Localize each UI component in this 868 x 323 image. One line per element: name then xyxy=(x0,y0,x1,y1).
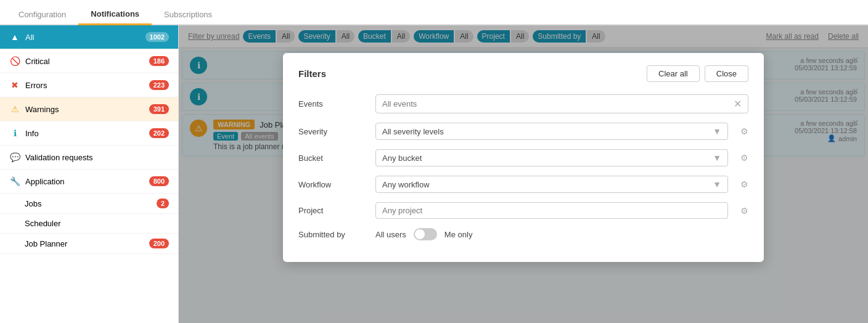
modal-header-actions: Clear all Close xyxy=(647,65,748,82)
tab-configuration[interactable]: Configuration xyxy=(6,5,78,25)
sidebar-errors-count: 223 xyxy=(149,80,169,90)
sidebar-item-application[interactable]: 🔧 Application 800 xyxy=(0,170,178,194)
workflow-dropdown-icon: ▼ xyxy=(713,179,721,189)
severity-label: Severity xyxy=(298,127,366,136)
bucket-select[interactable]: Any bucket xyxy=(382,153,713,163)
modal-overlay: Filters Clear all Close Events ✕ xyxy=(179,25,868,323)
modal-title: Filters xyxy=(298,68,326,79)
validation-icon: 💬 xyxy=(9,152,20,163)
workflow-select-wrap: Any workflow ▼ xyxy=(375,176,728,193)
me-only-label: Me only xyxy=(444,230,473,239)
tab-subscriptions[interactable]: Subscriptions xyxy=(152,5,224,25)
sidebar-warnings-count: 391 xyxy=(149,104,169,114)
submittedby-toggle-wrap: All users Me only xyxy=(375,228,472,240)
severity-select-wrap: All severity levels Critical Error Warni… xyxy=(375,123,728,140)
bucket-dropdown-icon: ▼ xyxy=(713,153,721,163)
events-input-wrap: ✕ xyxy=(375,94,748,113)
sidebar-item-warnings[interactable]: ⚠ Warnings 391 xyxy=(0,97,178,121)
project-settings-icon[interactable]: ⚙ xyxy=(740,206,748,216)
project-input[interactable] xyxy=(382,206,721,215)
sidebar-errors-label: Errors xyxy=(25,81,149,90)
modal-row-workflow: Workflow Any workflow ▼ ⚙ xyxy=(298,176,748,193)
events-label: Events xyxy=(298,99,366,108)
bucket-label: Bucket xyxy=(298,153,366,163)
modal-row-project: Project ⚙ xyxy=(298,202,748,219)
sidebar-jobs-label: Jobs xyxy=(25,199,41,208)
severity-settings-icon[interactable]: ⚙ xyxy=(740,126,748,136)
application-icon: 🔧 xyxy=(9,176,20,187)
sidebar-jobs-count: 2 xyxy=(157,198,169,208)
workflow-settings-icon[interactable]: ⚙ xyxy=(740,179,748,189)
clear-all-button[interactable]: Clear all xyxy=(647,65,700,82)
warnings-icon: ⚠ xyxy=(9,104,20,115)
errors-icon: ✖ xyxy=(9,80,20,91)
sidebar-item-validation[interactable]: 💬 Validation requests xyxy=(0,145,178,170)
sidebar-item-scheduler[interactable]: Scheduler xyxy=(0,214,178,234)
sidebar-item-info[interactable]: ℹ Info 202 xyxy=(0,121,178,145)
tab-notifications[interactable]: Notifications xyxy=(78,4,152,25)
info-icon: ℹ xyxy=(9,128,20,139)
sidebar-scheduler-label: Scheduler xyxy=(25,219,61,228)
main-layout: ▲ All 1002 🚫 Critical 186 ✖ Errors 223 ⚠… xyxy=(0,25,868,323)
sidebar-all-label: All xyxy=(25,33,145,42)
sidebar-application-label: Application xyxy=(25,177,149,186)
sidebar-info-count: 202 xyxy=(149,128,169,138)
sidebar-validation-label: Validation requests xyxy=(25,153,169,162)
all-icon: ▲ xyxy=(9,31,20,43)
sidebar: ▲ All 1002 🚫 Critical 186 ✖ Errors 223 ⚠… xyxy=(0,25,179,323)
workflow-select[interactable]: Any workflow xyxy=(382,180,713,189)
sidebar-item-critical[interactable]: 🚫 Critical 186 xyxy=(0,49,178,73)
bucket-settings-icon[interactable]: ⚙ xyxy=(740,153,748,163)
sidebar-critical-count: 186 xyxy=(149,56,169,66)
modal-row-events: Events ✕ xyxy=(298,94,748,113)
workflow-label: Workflow xyxy=(298,180,366,189)
sidebar-warnings-label: Warnings xyxy=(25,105,149,114)
all-users-label: All users xyxy=(375,230,406,239)
content-area: Filter by unread Events All Severity All… xyxy=(179,25,868,323)
sidebar-item-all[interactable]: ▲ All 1002 xyxy=(0,25,178,49)
modal-row-severity: Severity All severity levels Critical Er… xyxy=(298,123,748,140)
sidebar-item-errors[interactable]: ✖ Errors 223 xyxy=(0,73,178,97)
sidebar-jobplanner-count: 200 xyxy=(149,239,169,248)
submittedby-label: Submitted by xyxy=(298,230,366,239)
project-input-wrap xyxy=(375,202,728,219)
modal-row-bucket: Bucket Any bucket ▼ ⚙ xyxy=(298,149,748,166)
close-modal-button[interactable]: Close xyxy=(705,65,748,82)
filters-modal: Filters Clear all Close Events ✕ xyxy=(283,53,764,262)
submittedby-toggle[interactable] xyxy=(414,228,437,240)
bucket-select-wrap: Any bucket ▼ xyxy=(375,149,728,166)
sidebar-all-count: 1002 xyxy=(145,32,169,42)
events-input[interactable] xyxy=(382,99,734,108)
sidebar-critical-label: Critical xyxy=(25,57,149,66)
project-label: Project xyxy=(298,206,366,215)
top-tab-bar: Configuration Notifications Subscription… xyxy=(0,0,868,25)
sidebar-item-jobplanner[interactable]: Job Planner 200 xyxy=(0,234,178,254)
severity-dropdown-icon: ▼ xyxy=(713,126,721,136)
severity-select[interactable]: All severity levels Critical Error Warni… xyxy=(382,127,713,136)
modal-header: Filters Clear all Close xyxy=(298,65,748,82)
critical-icon: 🚫 xyxy=(9,55,20,67)
sidebar-jobplanner-label: Job Planner xyxy=(25,239,67,248)
sidebar-item-jobs[interactable]: Jobs 2 xyxy=(0,194,178,214)
sidebar-info-label: Info xyxy=(25,129,149,138)
modal-row-submittedby: Submitted by All users Me only xyxy=(298,228,748,240)
sidebar-application-count: 800 xyxy=(149,176,169,186)
events-clear-icon[interactable]: ✕ xyxy=(734,98,742,110)
